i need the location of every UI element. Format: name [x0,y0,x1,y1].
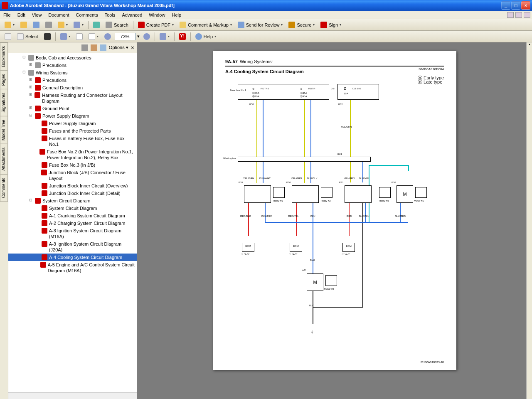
rotate-button[interactable]: ▾ [158,32,172,42]
comment-markup-button[interactable]: Comment & Markup▾ [177,20,234,30]
zoom-input[interactable] [115,33,135,40]
bookmarks-toolbar: Options ▾ × [8,42,137,53]
menu-window[interactable]: Window [145,12,168,18]
bookmark-tree[interactable]: ⊟Body, Cab and Accessories⊞Precautions⊟W… [8,53,137,392]
close-button[interactable]: × [521,1,530,10]
bookmark-item[interactable]: Fuse Box No.3 (In J/B) [8,161,137,169]
menu-edit[interactable]: Edit [14,12,29,18]
minimize-button[interactable]: _ [501,1,510,10]
bookmark-item[interactable]: Junction Block Inner Circuit (Detail) [8,190,137,197]
fit-page-button[interactable] [74,32,85,42]
yahoo-button[interactable]: Y! [177,32,188,42]
mdi-minimize-icon[interactable] [507,12,514,18]
titlebar: Adobe Acrobat Standard - [Suzuki Grand V… [0,0,532,11]
bookmark-item[interactable]: System Circuit Diagram [8,204,137,212]
bookmark-item[interactable]: ⊟Power Supply Diagram [8,112,137,120]
bookmark-item[interactable]: ⊞Harness Routing and Connector Layout Di… [8,91,137,105]
sidetab-comments[interactable]: Comments [0,174,8,202]
menu-advanced[interactable]: Advanced [118,12,145,18]
open-button[interactable]: ▾ [2,20,17,30]
app-icon [2,2,8,9]
close-panel-icon[interactable]: × [131,44,134,51]
snapshot-tool-button[interactable] [42,32,53,42]
bookmark-item[interactable]: Junction Block (J/B) Connector / Fuse La… [8,169,137,182]
bookmark-hscroll[interactable] [8,392,137,399]
attach-button[interactable]: ▾ [71,20,86,30]
create-pdf-button[interactable]: Create PDF▾ [136,20,176,30]
hand-tool-button[interactable] [2,32,13,42]
bookmark-item[interactable]: A-2 Charging System Circuit Diagram [8,219,137,227]
send-review-button[interactable]: Send for Review▾ [236,20,285,30]
menu-view[interactable]: View [29,12,45,18]
footer-code: I5JB0A910933-10 [421,361,444,364]
bookmark-item[interactable]: A-4 Cooling System Circuit Diagram [8,254,137,261]
mdi-close-icon[interactable] [524,12,530,18]
menu-document[interactable]: Document [45,12,72,18]
zoom-out-button[interactable] [102,32,113,42]
trash-icon[interactable] [81,44,88,51]
bookmark-item[interactable]: ⊞Precautions [8,76,137,84]
folder-button[interactable] [18,20,29,30]
expand-icon[interactable] [100,44,106,51]
organize-button[interactable]: ▾ [56,20,70,30]
sidetab-model-tree[interactable]: Model Tree [0,116,8,144]
sign-button[interactable]: Sign▾ [318,20,343,30]
sidetab-signatures[interactable]: Signatures [0,89,8,116]
bookmark-item[interactable]: ⊟Body, Cab and Accessories [8,54,137,62]
pdf-page: 9A-57 Wiring Systems: A-4 Cooling System… [213,51,456,370]
document-area[interactable]: 9A-57 Wiring Systems: A-4 Cooling System… [137,42,532,399]
diagram-code: S6JB0A910E004 [419,67,444,71]
legend: Ⓐ:Early type Ⓑ:Late type [418,76,444,84]
bookmarks-panel: Options ▾ × ⊟Body, Cab and Accessories⊞P… [8,42,137,399]
fit-width-button[interactable]: ▾ [86,32,101,42]
search-button[interactable]: Search [103,20,131,30]
maximize-button[interactable]: □ [511,1,520,10]
toolbar-view: Select ▾ ▾ ▾ ▾ Y! Help▾ [0,31,532,42]
bookmark-item[interactable]: A-1 Cranking System Circuit Diagram [8,212,137,219]
bookmark-item[interactable]: Fuse Box No.2 (In Power Integration No.1… [8,148,137,161]
options-menu[interactable]: Options ▾ [109,45,128,50]
bookmark-item[interactable]: ⊞Ground Point [8,105,137,112]
bookmark-item[interactable]: ⊟System Circuit Diagram [8,197,137,204]
bookmark-item[interactable]: A-3 Ignition System Circuit Diagram (J20… [8,240,137,254]
bookmark-item[interactable]: Fuses in Battery Fuse Box, Fuse Box No.1 [8,135,137,148]
print-button[interactable] [43,20,54,30]
menu-tools[interactable]: Tools [101,12,119,18]
menubar: FileEditViewDocumentCommentsToolsAdvance… [0,11,532,19]
circuit-diagram: Fuse box No.1 ③ RDTR2 Ⓐ40A Ⓑ30A ② RDTR Ⓐ… [229,84,440,353]
bookmark-item[interactable]: ⊟Wiring Systems [8,69,137,76]
sidetab-bookmarks[interactable]: Bookmarks [0,42,8,71]
bookmark-item[interactable]: Junction Block Inner Circuit (Overview) [8,182,137,190]
bookmark-item[interactable]: ⊞General Description [8,84,137,91]
sidetab-pages[interactable]: Pages [0,70,8,89]
new-bookmark-icon[interactable] [91,44,97,51]
menu-help[interactable]: Help [168,12,185,18]
bookmark-item[interactable]: A-3 Ignition System Circuit Diagram (M16… [8,227,137,240]
menu-file[interactable]: File [0,12,14,18]
browser-button[interactable] [91,20,102,30]
select-tool-button[interactable]: Select [15,32,40,42]
save-button[interactable] [31,20,42,30]
zoom-tool-button[interactable]: ▾ [58,32,72,42]
toolbar-main: ▾ ▾ ▾ Search Create PDF▾ Comment & Marku… [0,19,532,31]
help-button[interactable]: Help▾ [193,32,219,42]
bookmark-item[interactable]: Fuses and the Protected Parts [8,127,137,135]
bookmark-item[interactable]: ⊞Precautions [8,62,137,69]
menu-comments[interactable]: Comments [73,12,101,18]
bookmark-item[interactable]: A-5 Engine and A/C Control System Circui… [8,261,137,274]
sidetab-attachments[interactable]: Attachments [0,144,8,175]
zoom-in-button[interactable] [141,32,152,42]
mdi-restore-icon[interactable] [515,12,522,18]
bookmark-item[interactable]: Power Supply Diagram [8,120,137,127]
secure-button[interactable]: Secure▾ [286,20,317,30]
doc-vscroll[interactable]: ▴ [526,42,532,399]
window-title: Adobe Acrobat Standard - [Suzuki Grand V… [10,3,501,8]
